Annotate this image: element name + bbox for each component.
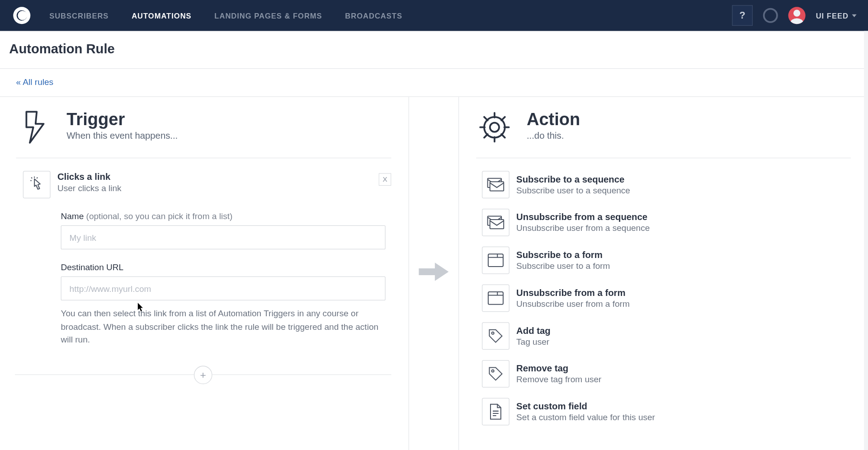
- scrollbar-track[interactable]: [864, 31, 868, 450]
- page-title: Automation Rule: [9, 41, 859, 56]
- main-area: Trigger When this event happens... Click…: [0, 97, 868, 450]
- action-item-subtitle: Set a custom field value for this user: [516, 412, 655, 422]
- action-item[interactable]: Subscribe to a formSubscribe user to a f…: [482, 247, 851, 274]
- name-label-hint: (optional, so you can pick it from a lis…: [84, 211, 232, 221]
- trigger-card-subtitle: User clicks a link: [57, 183, 122, 193]
- action-item[interactable]: Subscribe to a sequenceSubscribe user to…: [482, 171, 851, 198]
- gear-icon: [476, 109, 513, 145]
- svg-rect-6: [488, 254, 503, 267]
- divider-line: [15, 375, 194, 375]
- divider-line: [212, 375, 392, 375]
- chevron-down-icon: [852, 14, 856, 17]
- action-list: Subscribe to a sequenceSubscribe user to…: [476, 171, 851, 425]
- window-icon: [482, 284, 509, 312]
- mail-stack-icon: [482, 171, 509, 198]
- tag-icon: [482, 360, 509, 388]
- action-item[interactable]: Unsubscribe from a sequenceUnsubscribe u…: [482, 209, 851, 236]
- add-trigger-button[interactable]: +: [194, 366, 212, 384]
- nav-automations[interactable]: AUTOMATIONS: [132, 11, 191, 20]
- name-label-text: Name: [61, 211, 84, 221]
- action-item-subtitle: Unsubscribe user from a sequence: [516, 223, 650, 233]
- name-field-label: Name (optional, so you can pick it from …: [61, 211, 392, 221]
- avatar[interactable]: [788, 7, 806, 24]
- action-item-subtitle: Remove tag from user: [516, 375, 601, 384]
- trigger-help-text: You can then select this link from a lis…: [61, 307, 386, 346]
- top-navbar: SUBSCRIBERS AUTOMATIONS LANDING PAGES & …: [0, 0, 868, 31]
- action-header: Action ...do this.: [476, 109, 851, 158]
- action-item-title: Unsubscribe from a sequence: [516, 212, 650, 223]
- trigger-subtitle: When this event happens...: [66, 131, 178, 141]
- pointer-click-icon: [23, 171, 51, 198]
- add-trigger-row: +: [15, 366, 391, 384]
- action-item[interactable]: Remove tagRemove tag from user: [482, 360, 851, 388]
- arrow-right-icon: [416, 260, 451, 283]
- action-pane: Action ...do this. Subscribe to a sequen…: [459, 97, 868, 450]
- trigger-card-title: Clicks a link: [57, 172, 122, 183]
- back-link[interactable]: « All rules: [16, 77, 54, 87]
- action-item-title: Remove tag: [516, 364, 601, 374]
- page-header: Automation Rule: [0, 31, 868, 69]
- trigger-pane: Trigger When this event happens... Click…: [0, 97, 409, 450]
- pane-divider: [409, 97, 459, 450]
- bolt-icon: [16, 109, 53, 145]
- action-item[interactable]: Unsubscribe from a formUnsubscribe user …: [482, 284, 851, 312]
- action-item-subtitle: Subscribe user to a sequence: [516, 185, 630, 195]
- trigger-header: Trigger When this event happens...: [16, 109, 392, 158]
- nav-subscribers[interactable]: SUBSCRIBERS: [49, 11, 108, 20]
- tag-icon: [482, 322, 509, 350]
- trigger-title: Trigger: [66, 109, 178, 128]
- svg-rect-9: [488, 292, 503, 305]
- doc-icon: [482, 398, 509, 426]
- action-item-title: Subscribe to a sequence: [516, 174, 630, 185]
- mail-stack-icon: [482, 209, 509, 236]
- action-item-title: Subscribe to a form: [516, 250, 610, 260]
- trigger-form: Name (optional, so you can pick it from …: [61, 211, 392, 346]
- svg-rect-3: [490, 182, 504, 191]
- svg-point-12: [492, 332, 494, 334]
- url-input[interactable]: [61, 277, 386, 300]
- remove-trigger-button[interactable]: X: [379, 173, 392, 186]
- user-menu[interactable]: UI FEED: [816, 11, 857, 20]
- action-item-subtitle: Unsubscribe user from a form: [516, 299, 630, 309]
- action-item-title: Set custom field: [516, 401, 655, 412]
- help-button[interactable]: ?: [732, 5, 753, 26]
- svg-rect-5: [490, 220, 504, 229]
- user-menu-label: UI FEED: [816, 11, 849, 20]
- action-item[interactable]: Set custom fieldSet a custom field value…: [482, 398, 851, 426]
- action-item[interactable]: Add tagTag user: [482, 322, 851, 350]
- primary-nav: SUBSCRIBERS AUTOMATIONS LANDING PAGES & …: [49, 11, 402, 20]
- svg-point-1: [484, 117, 505, 138]
- svg-point-13: [492, 370, 494, 372]
- trigger-card: Clicks a link User clicks a link X: [23, 171, 392, 198]
- nav-landing-forms[interactable]: LANDING PAGES & FORMS: [214, 11, 322, 20]
- topbar-right: ? UI FEED: [732, 5, 856, 26]
- action-item-subtitle: Tag user: [516, 337, 551, 347]
- action-item-subtitle: Subscribe user to a form: [516, 261, 610, 271]
- action-item-title: Add tag: [516, 326, 551, 336]
- breadcrumb-bar: « All rules: [0, 69, 868, 97]
- action-item-title: Unsubscribe from a form: [516, 288, 630, 298]
- action-title: Action: [527, 109, 580, 128]
- name-input[interactable]: [61, 225, 386, 249]
- svg-point-0: [490, 123, 499, 132]
- window-icon: [482, 247, 509, 274]
- status-circle-icon[interactable]: [763, 8, 778, 23]
- action-subtitle: ...do this.: [527, 131, 580, 141]
- url-field-label: Destination URL: [61, 262, 392, 272]
- nav-broadcasts[interactable]: BROADCASTS: [345, 11, 402, 20]
- app-logo-icon[interactable]: [11, 5, 32, 26]
